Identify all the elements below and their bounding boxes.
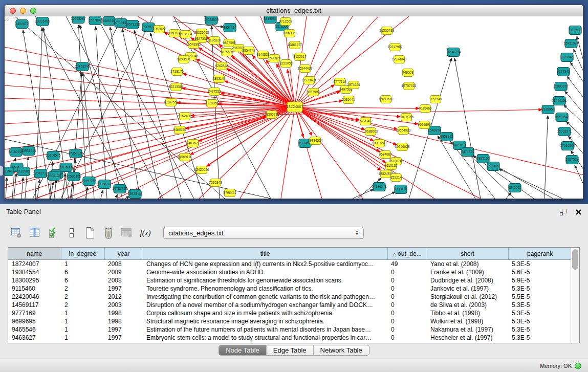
tab-network-table[interactable]: Network Table — [313, 345, 369, 355]
memory-ok-indicator[interactable] — [575, 362, 581, 369]
close-panel-icon[interactable] — [575, 209, 582, 215]
table-row[interactable]: 2242004622012Investigating the contribut… — [8, 293, 571, 301]
status-bar: Memory: OK — [0, 359, 588, 372]
table-toolbar: f(x) citations_edges.txt ▲▼ — [9, 224, 364, 242]
create-column-button[interactable] — [82, 225, 98, 240]
column-header-name[interactable]: name — [8, 248, 61, 260]
table-selector-value: citations_edges.txt — [168, 229, 224, 237]
node-table: name in_degree year title △out_de... sho… — [8, 247, 580, 343]
table-row[interactable]: 977716911998Corpus callosum shape and si… — [8, 309, 571, 317]
node-table-grid[interactable]: name in_degree year title △out_de... sho… — [8, 248, 571, 343]
table-panel-titlebar: Table Panel — [0, 204, 588, 220]
zoom-window-icon[interactable] — [30, 8, 36, 14]
minimize-window-icon[interactable] — [20, 8, 26, 14]
tab-edge-table[interactable]: Edge Table — [266, 345, 313, 355]
table-scrollbar[interactable] — [571, 248, 579, 343]
sort-ascending-icon: △ — [393, 252, 396, 257]
table-column-icon — [29, 227, 41, 239]
table-row[interactable]: 1456911722003Disruption of a novel membe… — [8, 301, 571, 309]
network-window: citations_edges.txt 14055722089140610653… — [4, 5, 583, 199]
tab-node-table[interactable]: Node Table — [219, 345, 266, 355]
table-tabs: Node Table Edge Table Network Table — [0, 345, 588, 356]
select-columns-button[interactable] — [27, 225, 42, 240]
disabled-table-icon — [120, 227, 134, 239]
table-row[interactable]: 1830029562008Estimation of significance … — [8, 276, 571, 285]
column-header-out-degree[interactable]: △out_de... — [387, 248, 427, 260]
trash-icon — [102, 226, 115, 239]
float-panel-icon[interactable] — [559, 208, 567, 216]
west-panel-grip[interactable] — [0, 166, 3, 176]
fx-icon: f(x) — [140, 229, 151, 237]
deselect-rows-button[interactable] — [64, 225, 79, 240]
column-header-in-degree[interactable]: in_degree — [61, 248, 104, 260]
table-panel-title: Table Panel — [6, 204, 41, 220]
table-header-row: name in_degree year title △out_de... sho… — [8, 248, 571, 260]
table-row[interactable]: 911546021997Tourette syndrome. Phenomeno… — [8, 285, 571, 293]
function-builder-button[interactable]: f(x) — [138, 225, 153, 240]
column-header-year[interactable]: year — [104, 248, 143, 260]
select-all-rows-button[interactable] — [46, 225, 61, 240]
scrollbar-thumb[interactable] — [572, 249, 578, 270]
column-header-short[interactable]: short — [427, 248, 508, 260]
network-view[interactable]: 1405572208914061065328715276026466161107… — [5, 16, 583, 199]
memory-status-label: Memory: OK — [540, 363, 572, 369]
new-document-icon — [84, 226, 96, 239]
table-row[interactable]: 946554611997Estimation of the future num… — [8, 325, 571, 334]
empty-checkboxes-icon — [68, 227, 76, 239]
network-window-title: citations_edges.txt — [5, 5, 583, 16]
column-header-title[interactable]: title — [143, 248, 387, 260]
table-row[interactable]: 1872400712008Changes of HCN gene express… — [8, 260, 571, 269]
table-row[interactable]: 1938455462009Genome-wide association stu… — [8, 268, 571, 276]
table-panel: Table Panel — [0, 204, 588, 372]
table-selector-dropdown[interactable]: citations_edges.txt ▲▼ — [163, 227, 364, 239]
close-window-icon[interactable] — [10, 8, 16, 14]
resize-grip-icon[interactable] — [4, 15, 582, 198]
table-gear-icon — [10, 227, 23, 239]
dropdown-arrows-icon: ▲▼ — [355, 230, 359, 236]
window-controls — [10, 8, 36, 14]
checkmarks-icon — [48, 227, 59, 239]
table-settings-button[interactable] — [9, 225, 24, 240]
delete-column-button[interactable] — [101, 225, 116, 240]
column-header-pagerank[interactable]: pagerank — [508, 248, 571, 260]
table-body: 1872400712008Changes of HCN gene express… — [8, 260, 571, 342]
network-desktop: citations_edges.txt 14055722089140610653… — [0, 0, 588, 204]
table-row[interactable]: 969969511998Structural magnetic resonanc… — [8, 317, 571, 325]
table-row[interactable]: 946362711997Embryonic stem cells: a mode… — [8, 334, 571, 342]
delete-table-button[interactable] — [119, 225, 135, 240]
